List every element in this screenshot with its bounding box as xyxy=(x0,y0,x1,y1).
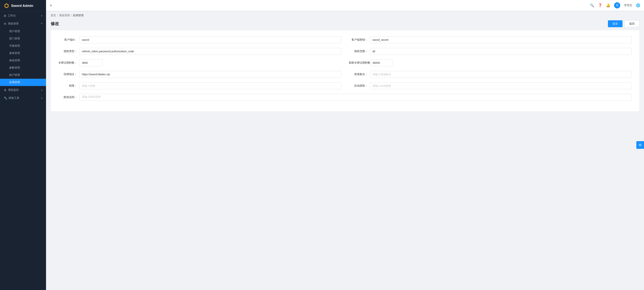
form-row-5: 权限： 自动授权： xyxy=(58,82,632,89)
sidebar-group-devtools-header[interactable]: 🔧 研发工具 ▾ xyxy=(0,94,46,102)
sidebar-menu: ⊞ 工作台 ▾ ⚙ 系统管理 ▴ 用户管理 部门管理 字典管理 菜单管理 角色管… xyxy=(0,12,46,290)
client-id-label: 客户端id： xyxy=(58,38,80,41)
main: ≡ 🔍 ❓ 🔔 管 管理员 🌐 首页 / 系统管理 / 应用管理 修改 提交 返… xyxy=(46,0,644,290)
devtools-icon: 🔧 xyxy=(4,96,7,100)
field-token-expire: 令牌过期秒数： xyxy=(58,59,341,66)
logo-icon xyxy=(4,3,9,8)
devtools-arrow: ▾ xyxy=(41,97,42,99)
page-actions: 提交 返回 xyxy=(608,20,640,27)
monitor-label: 系统监控 xyxy=(8,88,19,92)
sidebar-group-workbench-header[interactable]: ⊞ 工作台 ▾ xyxy=(0,12,46,20)
form-row-3: 令牌过期秒数： 刷新令牌过期秒数： xyxy=(58,59,632,66)
sidebar-group-monitor: 🖥 系统监控 ▾ xyxy=(0,86,46,94)
refresh-expire-input[interactable] xyxy=(370,59,393,66)
breadcrumb: 首页 / 系统管理 / 应用管理 xyxy=(46,11,644,19)
sidebar-group-monitor-header[interactable]: 🖥 系统监控 ▾ xyxy=(0,86,46,94)
logo-text: Sword Admin xyxy=(11,4,33,8)
workbench-label: 工作台 xyxy=(8,14,16,17)
sidebar-group-system: ⚙ 系统管理 ▴ 用户管理 部门管理 字典管理 菜单管理 角色管理 参数管理 租… xyxy=(0,20,46,86)
additional-textarea[interactable] xyxy=(80,94,632,101)
scope-label: 授权范围： xyxy=(349,50,370,53)
token-expire-label: 令牌过期秒数： xyxy=(58,61,80,64)
form-row-4: 回调地址： 资源集合： xyxy=(58,71,632,78)
form-row-1: 客户端id： 客户端密钥： xyxy=(58,36,632,43)
sidebar-item-app[interactable]: 应用管理 xyxy=(0,79,46,86)
sidebar-group-system-header[interactable]: ⚙ 系统管理 ▴ xyxy=(0,20,46,28)
client-id-input[interactable] xyxy=(80,36,341,43)
monitor-arrow: ▾ xyxy=(41,89,42,91)
system-items: 用户管理 部门管理 字典管理 菜单管理 角色管理 参数管理 租户管理 应用管理 xyxy=(0,28,46,86)
token-expire-input[interactable] xyxy=(80,59,102,66)
grant-type-input[interactable] xyxy=(80,48,341,55)
monitor-icon: 🖥 xyxy=(4,88,6,92)
sidebar-item-tenant[interactable]: 租户管理 xyxy=(0,71,46,79)
settings-float-button[interactable]: ⚙ xyxy=(636,141,644,149)
sidebar-item-dict[interactable]: 字典管理 xyxy=(0,42,46,50)
search-icon[interactable]: 🔍 xyxy=(590,3,594,7)
menu-toggle-icon[interactable]: ≡ xyxy=(50,3,52,7)
field-grant-type: 授权类型： xyxy=(58,48,341,55)
refresh-expire-label: 刷新令牌过期秒数： xyxy=(349,61,370,64)
field-authority: 权限： xyxy=(58,82,341,89)
page-header: 修改 提交 返回 xyxy=(46,19,644,30)
page-title: 修改 xyxy=(51,21,59,27)
form-card: 客户端id： 客户端密钥： 授权类型： 授权范围： xyxy=(51,30,640,111)
client-secret-input[interactable] xyxy=(370,36,632,43)
resource-input[interactable] xyxy=(370,71,632,78)
sidebar-item-menu[interactable]: 菜单管理 xyxy=(0,50,46,57)
devtools-label: 研发工具 xyxy=(9,96,19,100)
resource-label: 资源集合： xyxy=(349,73,370,76)
field-redirect: 回调地址： xyxy=(58,71,341,78)
sidebar: Sword Admin ⊞ 工作台 ▾ ⚙ 系统管理 ▴ 用户管理 xyxy=(0,0,46,290)
scope-input[interactable] xyxy=(370,48,632,55)
topbar: ≡ 🔍 ❓ 🔔 管 管理员 🌐 xyxy=(46,0,644,11)
grant-type-label: 授权类型： xyxy=(58,50,80,53)
system-arrow: ▴ xyxy=(41,23,42,25)
auto-auth-input[interactable] xyxy=(370,82,632,89)
redirect-label: 回调地址： xyxy=(58,73,80,76)
username-label[interactable]: 管理员 xyxy=(624,4,632,7)
authority-label: 权限： xyxy=(58,84,80,87)
help-icon[interactable]: ❓ xyxy=(598,3,602,7)
bell-icon[interactable]: 🔔 xyxy=(606,3,610,7)
sidebar-item-param[interactable]: 参数管理 xyxy=(0,64,46,71)
content: 首页 / 系统管理 / 应用管理 修改 提交 返回 客户端id： 客户端 xyxy=(46,11,644,290)
additional-label: 附加说明： xyxy=(58,96,80,99)
field-refresh-expire: 刷新令牌过期秒数： xyxy=(349,59,632,66)
field-scope: 授权范围： xyxy=(349,48,632,55)
sidebar-group-devtools: 🔧 研发工具 ▾ xyxy=(0,94,46,102)
breadcrumb-home[interactable]: 首页 xyxy=(51,14,56,17)
back-button[interactable]: 返回 xyxy=(624,20,640,27)
form-row-2: 授权类型： 授权范围： xyxy=(58,48,632,55)
field-client-secret: 客户端密钥： xyxy=(349,36,632,43)
sidebar-item-role[interactable]: 角色管理 xyxy=(0,57,46,64)
system-icon: ⚙ xyxy=(4,22,6,25)
avatar[interactable]: 管 xyxy=(614,2,620,8)
system-label: 系统管理 xyxy=(8,22,18,25)
globe-icon[interactable]: 🌐 xyxy=(636,3,640,7)
form-row-6: 附加说明： xyxy=(58,94,632,101)
topbar-right: 🔍 ❓ 🔔 管 管理员 🌐 xyxy=(590,2,640,8)
breadcrumb-current: 应用管理 xyxy=(73,14,84,17)
submit-button[interactable]: 提交 xyxy=(608,20,622,27)
breadcrumb-parent[interactable]: 系统管理 xyxy=(59,14,70,17)
sidebar-item-user[interactable]: 用户管理 xyxy=(0,28,46,35)
settings-icon: ⚙ xyxy=(639,143,642,147)
sidebar-group-workbench: ⊞ 工作台 ▾ xyxy=(0,12,46,20)
field-auto-auth: 自动授权： xyxy=(349,82,632,89)
sidebar-item-dept[interactable]: 部门管理 xyxy=(0,35,46,42)
field-additional: 附加说明： xyxy=(58,94,632,101)
breadcrumb-sep2: / xyxy=(71,14,72,17)
auto-auth-label: 自动授权： xyxy=(349,84,370,87)
workbench-icon: ⊞ xyxy=(4,14,6,17)
breadcrumb-sep1: / xyxy=(57,14,58,17)
topbar-left: ≡ xyxy=(50,3,52,7)
field-client-id: 客户端id： xyxy=(58,36,341,43)
workbench-arrow: ▾ xyxy=(41,15,42,17)
client-secret-label: 客户端密钥： xyxy=(349,38,370,41)
redirect-input[interactable] xyxy=(80,71,341,78)
field-resource: 资源集合： xyxy=(349,71,632,78)
sidebar-logo: Sword Admin xyxy=(0,0,46,12)
authority-input[interactable] xyxy=(80,82,341,89)
